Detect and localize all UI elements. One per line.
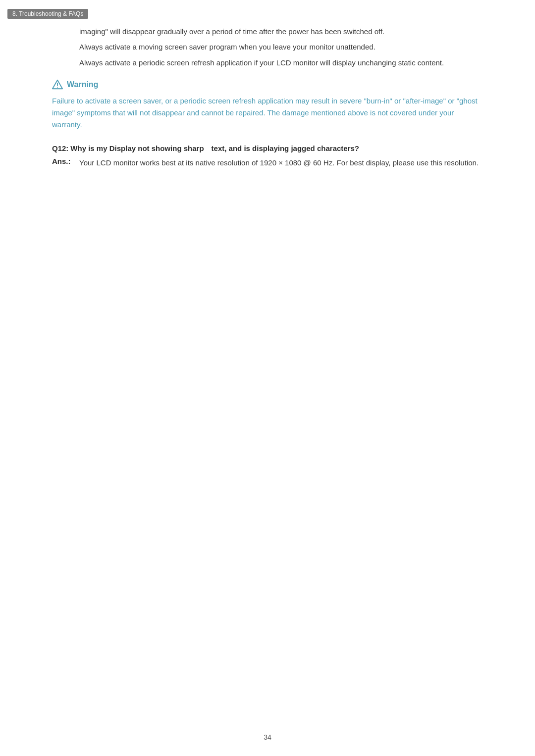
page-container: 8. Troubleshooting & FAQs imaging" will … (0, 0, 535, 756)
page-number: 34 (264, 733, 271, 741)
answer-text: Your LCD monitor works best at its nativ… (79, 157, 479, 168)
warning-title: Warning (67, 80, 98, 89)
answer-row: Ans.: Your LCD monitor works best at its… (52, 157, 483, 168)
warning-heading: Warning (52, 79, 483, 90)
question-text: Why is my Display not showing sharp text… (70, 144, 359, 152)
intro-paragraphs: imaging" will disappear gradually over a… (52, 26, 483, 68)
intro-para-3: Always activate a periodic screen refres… (79, 57, 483, 68)
warning-body: Failure to activate a screen saver, or a… (52, 95, 483, 131)
section-header: 8. Troubleshooting & FAQs (7, 9, 88, 19)
question-label: Q12: (52, 144, 68, 152)
qa-section: Q12:Why is my Display not showing sharp … (52, 143, 483, 169)
content-area: imaging" will disappear gradually over a… (0, 26, 535, 168)
warning-triangle-icon (52, 79, 63, 90)
intro-para-1: imaging" will disappear gradually over a… (79, 26, 483, 37)
warning-section: Warning Failure to activate a screen sav… (52, 79, 483, 131)
answer-label: Ans.: (52, 157, 79, 165)
question-row: Q12:Why is my Display not showing sharp … (52, 143, 483, 154)
intro-para-2: Always activate a moving screen saver pr… (79, 41, 483, 52)
svg-point-1 (57, 87, 58, 88)
